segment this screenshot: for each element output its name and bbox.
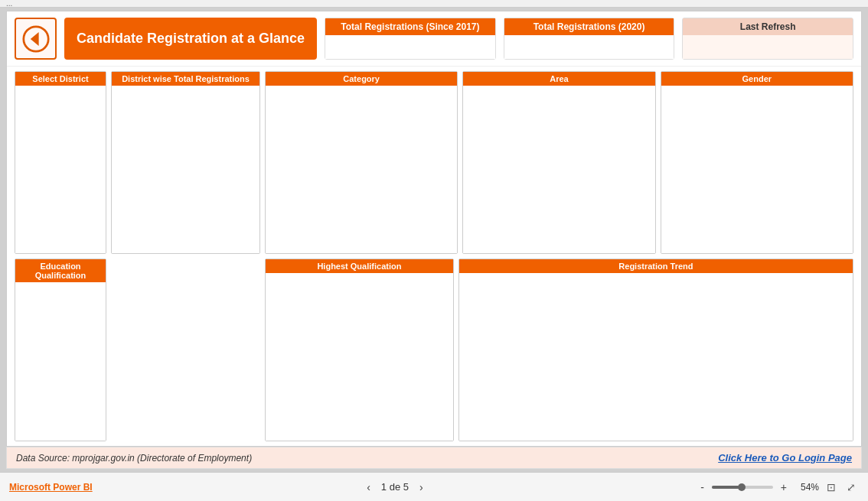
panel-district-wise-body	[112, 86, 259, 253]
powerbi-app-link[interactable]: Microsoft Power BI	[9, 482, 93, 493]
zoom-in-button[interactable]: +	[778, 481, 790, 493]
footer-login-link[interactable]: Click Here to Go Login Page	[718, 452, 852, 464]
zoom-controls: - + 54% ⊡ ⤢	[697, 480, 859, 495]
next-page-button[interactable]: ›	[415, 480, 428, 495]
panel-gender-body	[661, 86, 853, 253]
grid-row-1: Select District District wise Total Regi…	[15, 71, 853, 254]
panel-registration-trend-header: Registration Trend	[459, 259, 853, 273]
panel-gender-header: Gender	[661, 72, 853, 86]
panel-category[interactable]: Category	[265, 71, 458, 254]
panel-area-body	[463, 86, 654, 253]
stat-card-total-2020: Total Registrations (2020)	[504, 18, 675, 60]
panel-area[interactable]: Area	[462, 71, 655, 254]
status-bar: Microsoft Power BI ‹ 1 de 5 › - + 54% ⊡ …	[0, 472, 868, 501]
stat-card-total-since-2017: Total Registrations (Since 2017)	[325, 18, 496, 60]
stat-card-total-2020-header: Total Registrations (2020)	[504, 18, 674, 35]
back-button[interactable]	[15, 18, 57, 60]
page-navigation: ‹ 1 de 5 ›	[93, 480, 697, 495]
panel-highest-qualification[interactable]: Highest Qualification	[265, 259, 454, 441]
zoom-out-button[interactable]: -	[697, 481, 707, 493]
panel-highest-qualification-header: Highest Qualification	[266, 259, 453, 273]
panel-district-wise[interactable]: District wise Total Registrations	[111, 71, 260, 254]
footer: Data Source: mprojgar.gov.in (Directorat…	[6, 447, 862, 469]
panel-education-qualification-body	[15, 282, 106, 441]
stat-cards: Total Registrations (Since 2017) Total R…	[325, 18, 853, 60]
panel-education-qualification-header: Education Qualification	[15, 259, 106, 282]
panel-education-qualification[interactable]: Education Qualification	[15, 259, 106, 441]
panel-select-district-header: Select District	[15, 72, 106, 86]
zoom-slider[interactable]	[712, 486, 773, 489]
stat-card-last-refresh-header: Last Refresh	[683, 18, 853, 35]
top-bar-label: ...	[6, 0, 12, 8]
stat-card-total-2020-body	[504, 35, 674, 59]
panel-category-body	[266, 86, 457, 253]
panel-category-header: Category	[266, 72, 457, 86]
footer-data-source: Data Source: mprojgar.gov.in (Directorat…	[16, 453, 252, 464]
fullscreen-icon[interactable]: ⤢	[844, 480, 859, 495]
stat-card-last-refresh: Last Refresh	[682, 18, 853, 60]
top-bar: ...	[0, 0, 868, 8]
zoom-slider-thumb	[738, 483, 746, 491]
content-area: Select District District wise Total Regi…	[7, 67, 861, 446]
panel-spacer	[111, 259, 260, 441]
panel-gender[interactable]: Gender	[661, 71, 853, 254]
svg-marker-1	[30, 32, 38, 46]
prev-page-button[interactable]: ‹	[362, 480, 375, 495]
panel-registration-trend[interactable]: Registration Trend	[458, 259, 853, 441]
panel-registration-trend-body	[459, 273, 853, 441]
grid-row-2: Education Qualification Highest Qualific…	[15, 259, 853, 441]
fit-page-icon[interactable]: ⊡	[824, 480, 839, 495]
header-row: Candidate Registration at a Glance Total…	[7, 11, 861, 67]
stat-card-total-since-2017-header: Total Registrations (Since 2017)	[325, 18, 495, 35]
stat-card-last-refresh-body	[683, 35, 853, 59]
panel-district-wise-header: District wise Total Registrations	[112, 72, 259, 86]
report-title-box: Candidate Registration at a Glance	[64, 18, 317, 60]
panel-area-header: Area	[463, 72, 654, 86]
zoom-slider-fill	[712, 486, 739, 489]
zoom-level: 54%	[795, 482, 819, 493]
page-indicator: 1 de 5	[381, 481, 409, 493]
stat-card-total-since-2017-body	[325, 35, 495, 59]
panel-select-district-body[interactable]	[15, 86, 106, 253]
back-arrow-icon	[22, 25, 50, 53]
panel-highest-qualification-body	[266, 273, 453, 441]
report-area: Candidate Registration at a Glance Total…	[6, 11, 862, 447]
report-title: Candidate Registration at a Glance	[77, 30, 305, 47]
panel-select-district[interactable]: Select District	[15, 71, 106, 254]
